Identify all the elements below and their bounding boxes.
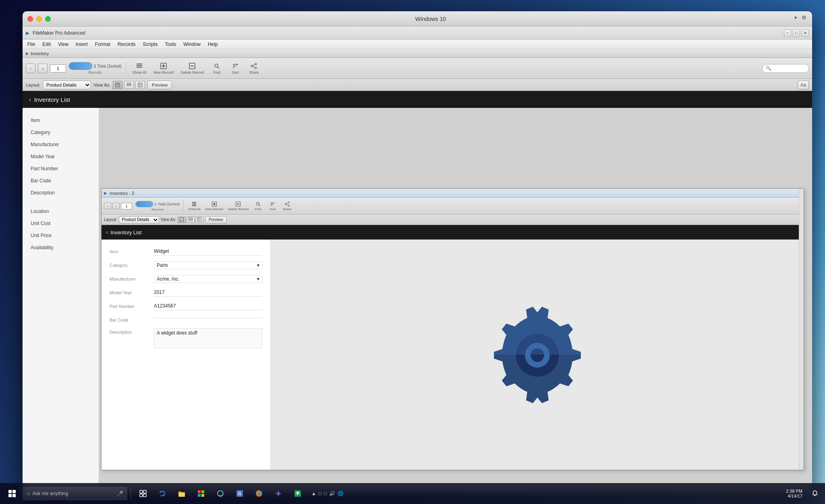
menu-tools[interactable]: Tools [162,41,179,48]
sidebar-item-unit-price[interactable]: Unit Price [23,229,99,242]
inner-share-button[interactable]: Share [281,200,294,212]
menu-insert[interactable]: Insert [73,41,91,48]
taskbar-app1-button[interactable]: G [231,485,249,502]
taskbar-search-box[interactable]: ○ Ask me anything 🎤 [23,487,127,500]
inner-show-all-button[interactable]: Show All [187,200,202,212]
settings-icon[interactable]: ⚙ [802,14,806,21]
taskbar-clock[interactable]: 2:38 PM 4/14/17 [782,489,806,498]
sidebar-item-bar-code[interactable]: Bar Code [23,175,99,187]
field-value-description[interactable]: A widget does stuff [154,328,262,348]
tray-volume-icon[interactable]: 🔊 [329,491,335,496]
view-list-button[interactable] [124,81,134,89]
inner-view-form-button[interactable] [178,217,186,223]
show-all-button[interactable]: Show All [130,61,149,76]
field-row-description: Description A widget does stuff [110,328,262,348]
taskbar-store-button[interactable] [192,485,210,502]
svg-rect-0 [137,64,142,64]
field-value-item[interactable]: Widget [154,248,262,256]
menu-records[interactable]: Records [114,41,139,48]
inner-new-record-button[interactable]: New Record [204,200,225,212]
taskbar-explorer-button[interactable] [173,485,191,502]
delete-record-button[interactable]: Delete Record [178,61,207,76]
menu-view[interactable]: View [55,41,72,48]
outer-window-title: Inventory [31,51,49,56]
field-value-bar-code[interactable] [154,316,262,318]
inner-record-input[interactable] [121,203,132,209]
inner-find-label: Find [255,207,261,211]
inner-preview-button[interactable]: Preview [205,216,227,223]
field-value-model-year[interactable]: 2017 [154,289,262,297]
tray-globe-icon[interactable]: 🌐 [338,491,344,496]
inner-view-as-label: View As: [161,217,176,222]
start-button[interactable] [3,485,21,502]
taskbar-arrow-button[interactable] [289,485,307,502]
taskbar-firefox-button[interactable] [250,485,268,502]
inner-back-button[interactable]: ‹ [106,229,108,235]
mac-minimize-button[interactable] [36,16,42,22]
menu-edit[interactable]: Edit [39,41,54,48]
notification-button[interactable] [808,487,822,500]
inner-layout-dropdown[interactable]: Product Details [119,216,159,223]
inner-scrollbar-vertical[interactable] [799,189,804,470]
field-value-category[interactable]: Parts ▾ [154,261,262,269]
taskbar-edge-button[interactable] [153,485,171,502]
field-value-manufacturer[interactable]: Acme, Inc. ▾ [154,275,262,283]
nav-next-button[interactable]: › [38,64,48,73]
record-number-input[interactable] [50,64,66,72]
mac-close-button[interactable] [27,16,33,22]
view-table-button[interactable] [135,81,145,89]
dropdown-icon[interactable]: ▾ [794,15,797,21]
sidebar-item-item[interactable]: Item [23,114,99,126]
preview-button[interactable]: Preview [147,81,172,89]
nav-prev-button[interactable]: ‹ [26,64,35,73]
inner-find-button[interactable]: Find [252,200,265,212]
tray-display-icon[interactable]: □ [324,491,327,496]
svg-line-35 [259,205,260,206]
sidebar-item-model-year[interactable]: Model Year [23,151,99,163]
menu-help[interactable]: Help [205,41,221,48]
sidebar-item-availability[interactable]: Availability [23,242,99,254]
task-view-button[interactable] [134,485,152,502]
sidebar-item-unit-cost[interactable]: Unit Cost [23,217,99,229]
taskbar-search-icon: ○ [27,490,30,497]
taskbar-swirl-button[interactable] [211,485,229,502]
search-input[interactable] [773,66,805,71]
inner-view-list-button[interactable] [187,217,195,223]
inner-nav-prev[interactable]: ‹ [104,203,111,209]
form-fields-area: Item Widget Category Parts ▾ [102,240,271,470]
menu-window[interactable]: Window [180,41,204,48]
tray-chevron-icon[interactable]: ▲ [311,491,316,496]
share-button[interactable]: Share [246,61,262,76]
sidebar-item-location[interactable]: Location [23,205,99,217]
sort-button[interactable]: Sort [227,61,243,76]
taskbar-feather-button[interactable] [269,485,287,502]
inner-progress-bar [135,201,153,207]
outer-back-button[interactable]: ‹ [29,96,31,103]
inner-nav-next[interactable]: › [112,203,120,209]
inner-sort-button[interactable]: Sort [266,200,279,212]
menu-file[interactable]: File [24,41,38,48]
svg-rect-65 [201,490,204,493]
menu-format[interactable]: Format [92,41,114,48]
find-button[interactable]: Find [209,61,225,76]
fm-close-button[interactable]: ✕ [802,29,809,37]
inner-view-table-button[interactable] [195,217,203,223]
sidebar-item-part-number[interactable]: Part Number [23,163,99,175]
mac-maximize-button[interactable] [45,16,51,22]
fm-minimize-button[interactable]: − [784,29,791,37]
view-form-button[interactable] [113,81,122,89]
inner-delete-record-button[interactable]: Delete Record [226,200,250,212]
menu-scripts[interactable]: Scripts [140,41,161,48]
sidebar-item-category[interactable]: Category [23,126,99,138]
tray-network-icon[interactable]: □ [319,491,321,496]
sidebar-item-manufacturer[interactable]: Manufacturer [23,138,99,151]
fm-restore-button[interactable]: □ [793,29,800,37]
sidebar-item-description[interactable]: Description [23,187,99,199]
layout-dropdown[interactable]: Product Details [43,81,91,89]
text-format-button[interactable]: Aa [798,81,809,89]
fm-logo-icon: ▶ [26,30,29,36]
inner-delete-record-icon [235,201,241,207]
field-value-part-number[interactable]: A1234567 [154,302,262,310]
field-label-description: Description [110,328,154,335]
new-record-button[interactable]: New Record [151,61,176,76]
